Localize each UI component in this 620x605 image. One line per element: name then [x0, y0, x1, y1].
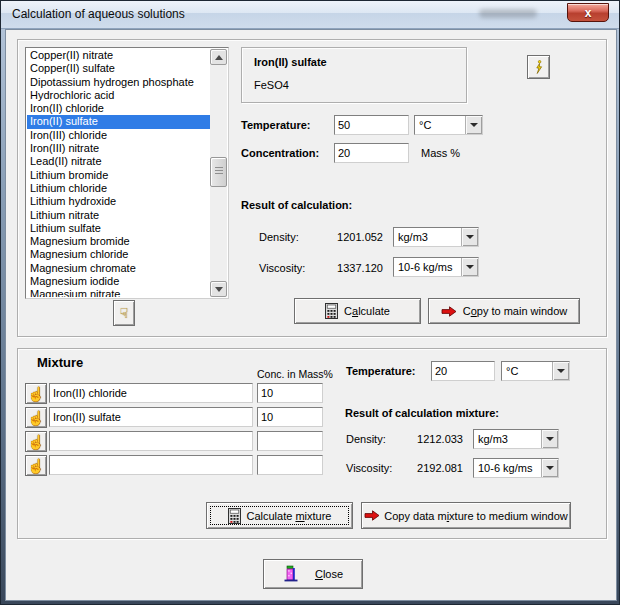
- list-item[interactable]: Iron(III) nitrate: [27, 142, 210, 155]
- list-item[interactable]: Magnesium chromate: [27, 262, 210, 275]
- selected-substance-panel: Iron(II) sulfate FeSO4: [241, 47, 467, 103]
- substances-list-scrollbar[interactable]: [210, 49, 227, 297]
- selected-substance-formula: FeSO4: [254, 79, 289, 91]
- mixture-result-heading: Result of calculation mixture:: [345, 407, 499, 419]
- density-label: Density:: [259, 231, 299, 243]
- list-item[interactable]: Lithium bromide: [27, 169, 210, 182]
- close-button[interactable]: Close: [263, 559, 363, 589]
- mixture-name-input-2[interactable]: [49, 407, 253, 427]
- list-item[interactable]: Lithium hydroxide: [27, 195, 210, 208]
- temperature-unit-select[interactable]: °C: [414, 115, 483, 135]
- mixture-viscosity-value: 2192.081: [409, 462, 463, 474]
- list-item[interactable]: Iron(II) sulfate: [27, 115, 210, 128]
- chevron-down-icon: [557, 369, 565, 377]
- density-unit-value: kg/m3: [394, 231, 461, 243]
- dropdown-button[interactable]: [461, 258, 478, 276]
- chevron-down-icon: [466, 265, 474, 273]
- mixture-name-input-4[interactable]: [49, 455, 253, 475]
- list-item[interactable]: Lithium nitrate: [27, 209, 210, 222]
- dropdown-button[interactable]: [541, 430, 558, 448]
- mixture-name-input-3[interactable]: [49, 431, 253, 451]
- calculate-button-label: Calculate: [344, 305, 390, 317]
- mixture-density-unit-select[interactable]: kg/m3: [473, 429, 559, 449]
- scroll-up-button[interactable]: [210, 49, 227, 65]
- mixture-name-input-1[interactable]: [49, 383, 253, 403]
- scroll-down-icon: [215, 287, 223, 296]
- calculator-icon: [325, 303, 338, 319]
- concentration-input[interactable]: [334, 143, 409, 163]
- temperature-input[interactable]: [334, 115, 409, 135]
- window-close-button[interactable]: x: [567, 3, 609, 22]
- calculate-button[interactable]: Calculate: [294, 298, 421, 324]
- mixture-viscosity-unit-value: 10-6 kg/ms: [474, 462, 541, 474]
- calculate-mixture-button[interactable]: Calculate mixture: [206, 502, 353, 529]
- viscosity-unit-select[interactable]: 10-6 kg/ms: [393, 257, 479, 277]
- selected-substance-name: Iron(II) sulfate: [254, 56, 327, 68]
- titlebar[interactable]: Calculation of aqueous solutions x: [1, 1, 620, 29]
- close-button-label: Close: [315, 568, 343, 580]
- copy-mixture-button-label: Copy data mixture to medium window: [384, 510, 567, 522]
- mixture-row-pick-button[interactable]: ☝: [25, 383, 47, 404]
- hand-up-icon: ☝: [27, 411, 44, 425]
- list-item[interactable]: Lead(II) nitrate: [27, 155, 210, 168]
- titlebar-glass-artifact: [479, 9, 537, 18]
- chevron-down-icon: [546, 466, 554, 474]
- list-item[interactable]: Iron(III) chloride: [27, 129, 210, 142]
- mixture-row-pick-button[interactable]: ☝: [25, 407, 47, 428]
- mixture-density-unit-value: kg/m3: [474, 433, 541, 445]
- list-item[interactable]: Iron(II) chloride: [27, 102, 210, 115]
- mixture-conc-input-1[interactable]: [257, 383, 323, 403]
- list-item[interactable]: Lithium chloride: [27, 182, 210, 195]
- chevron-down-icon: [546, 437, 554, 445]
- list-item[interactable]: Hydrochloric acid: [27, 89, 210, 102]
- dropdown-button[interactable]: [465, 116, 482, 134]
- calculator-icon: [228, 508, 241, 524]
- chevron-down-icon: [470, 123, 478, 131]
- mixture-temperature-input[interactable]: [431, 361, 495, 381]
- substances-list-items: Copper(II) nitrateCopper(II) sulfateDipo…: [27, 49, 210, 297]
- copy-button-label: Copy to main window: [463, 305, 568, 317]
- mixture-density-label: Density:: [346, 433, 386, 445]
- conc-column-header: Conc. in Mass%: [257, 368, 333, 380]
- scrollbar-grip: [215, 170, 223, 171]
- list-item[interactable]: Magnesium nitrate: [27, 288, 210, 297]
- scrollbar-thumb[interactable]: [210, 157, 227, 187]
- concentration-label: Concentration:: [241, 147, 319, 159]
- mixture-density-value: 1212.033: [409, 433, 463, 445]
- mixture-row-pick-button[interactable]: ☝: [25, 431, 47, 452]
- list-item[interactable]: Copper(II) sulfate: [27, 62, 210, 75]
- mixture-temperature-unit-select[interactable]: °C: [501, 361, 570, 381]
- concentration-unit-label: Mass %: [421, 147, 460, 159]
- close-icon: x: [585, 7, 592, 19]
- hand-up-icon: ☝: [27, 435, 44, 449]
- dropdown-button[interactable]: [461, 228, 478, 246]
- list-item[interactable]: Magnesium bromide: [27, 235, 210, 248]
- list-item[interactable]: Lithium sulfate: [27, 222, 210, 235]
- mixture-viscosity-unit-select[interactable]: 10-6 kg/ms: [473, 458, 559, 478]
- red-arrow-icon: [364, 510, 380, 521]
- viscosity-label: Viscosity:: [259, 262, 305, 274]
- copy-mixture-button[interactable]: Copy data mixture to medium window: [361, 502, 571, 529]
- scroll-down-button[interactable]: [210, 281, 227, 297]
- mixture-conc-input-3[interactable]: [257, 431, 323, 451]
- list-item[interactable]: Magnesium iodide: [27, 275, 210, 288]
- substance-info-button[interactable]: [527, 55, 550, 79]
- density-unit-select[interactable]: kg/m3: [393, 227, 479, 247]
- list-item[interactable]: Copper(II) nitrate: [27, 49, 210, 62]
- copy-to-main-window-button[interactable]: Copy to main window: [428, 298, 580, 324]
- dropdown-button[interactable]: [552, 362, 569, 380]
- mixture-row-pick-button[interactable]: ☝: [25, 455, 47, 476]
- mixture-temperature-unit-value: °C: [502, 365, 552, 377]
- red-arrow-icon: [441, 306, 457, 317]
- dropdown-button[interactable]: [541, 459, 558, 477]
- mixture-conc-input-4[interactable]: [257, 455, 323, 475]
- list-item[interactable]: Dipotassium hydrogen phosphate: [27, 76, 210, 89]
- info-bolt-icon: [533, 60, 545, 75]
- hand-up-icon: ☝: [27, 387, 44, 401]
- list-item[interactable]: Magnesium chloride: [27, 248, 210, 261]
- pick-substance-button[interactable]: ☟: [113, 300, 135, 326]
- mixture-conc-input-2[interactable]: [257, 407, 323, 427]
- window-title: Calculation of aqueous solutions: [12, 7, 185, 21]
- chevron-down-icon: [466, 235, 474, 243]
- substances-list[interactable]: Copper(II) nitrateCopper(II) sulfateDipo…: [25, 47, 229, 299]
